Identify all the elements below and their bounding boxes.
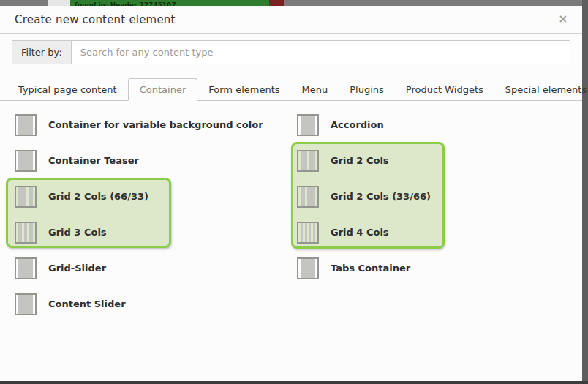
list-item-container-teaser[interactable]: Container Teaser	[15, 143, 263, 178]
item-label: Grid 2 Cols	[331, 155, 389, 166]
background-cell	[48, 0, 70, 6]
tab-form-elements[interactable]: Form elements	[197, 79, 290, 100]
tab-bar: Typical page content Container Form elem…	[0, 78, 582, 101]
background-page-strip: found in: Header 72745107	[0, 0, 588, 6]
list-item-tabs-container[interactable]: Tabs Container	[297, 250, 431, 286]
grid-2-cols-33-66-icon	[297, 186, 319, 208]
container-icon	[15, 257, 37, 279]
tab-typical-page-content[interactable]: Typical page content	[7, 79, 128, 100]
grid-2-cols-66-33-icon	[15, 186, 37, 208]
list-item-accordion[interactable]: Accordion	[297, 107, 431, 143]
item-label: Content Slider	[48, 298, 126, 309]
tab-special-elements[interactable]: Special elements	[494, 79, 588, 100]
tab-product-widgets[interactable]: Product Widgets	[395, 79, 494, 100]
element-column-right: Accordion Grid 2 Cols Grid 2 Cols (33/66…	[297, 107, 431, 286]
modal-title: Create new content element	[15, 13, 176, 26]
filter-input-group: Filter by:	[12, 40, 570, 64]
tab-container[interactable]: Container	[128, 78, 198, 101]
grid-4-cols-icon	[297, 222, 319, 244]
list-item-container-variable-bg[interactable]: Container for variable background color	[15, 107, 263, 143]
item-label: Tabs Container	[331, 263, 410, 274]
modal-backdrop-right	[582, 0, 588, 384]
list-item-grid-3-cols[interactable]: Grid 3 Cols	[15, 214, 263, 250]
tab-plugins[interactable]: Plugins	[339, 79, 395, 100]
grid-2-cols-icon	[297, 150, 319, 172]
filter-row: Filter by:	[12, 40, 570, 64]
item-label: Grid-Slider	[48, 263, 106, 274]
tab-menu[interactable]: Menu	[291, 79, 339, 100]
item-label: Grid 2 Cols (66/33)	[48, 191, 148, 202]
list-item-content-slider[interactable]: Content Slider	[15, 286, 263, 322]
search-input[interactable]	[72, 41, 570, 64]
item-label: Accordion	[331, 119, 384, 130]
item-label: Container Teaser	[48, 155, 139, 166]
list-item-grid-2-cols[interactable]: Grid 2 Cols	[297, 143, 431, 178]
list-item-grid-2-cols-33-66[interactable]: Grid 2 Cols (33/66)	[297, 178, 431, 214]
element-column-left: Container for variable background color …	[15, 107, 263, 322]
background-search-hit-row: found in: Header 72745107	[70, 0, 269, 6]
grid-3-cols-icon	[15, 222, 37, 244]
container-icon	[15, 114, 37, 136]
container-icon	[297, 114, 319, 136]
close-icon[interactable]: ×	[558, 14, 568, 25]
container-icon	[15, 293, 37, 315]
container-icon	[15, 150, 37, 172]
list-item-grid-4-cols[interactable]: Grid 4 Cols	[297, 214, 431, 250]
container-icon	[297, 257, 319, 279]
item-label: Grid 4 Cols	[331, 227, 389, 238]
modal-backdrop-bottom	[0, 381, 588, 384]
filter-by-label: Filter by:	[12, 41, 72, 64]
list-item-grid-2-cols-66-33[interactable]: Grid 2 Cols (66/33)	[15, 178, 263, 214]
list-item-grid-slider[interactable]: Grid-Slider	[15, 250, 263, 286]
item-label: Grid 3 Cols	[48, 227, 107, 238]
item-label: Container for variable background color	[48, 119, 263, 130]
background-badge	[269, 0, 284, 6]
item-label: Grid 2 Cols (33/66)	[331, 191, 431, 202]
modal-header: Create new content element ×	[0, 6, 582, 34]
